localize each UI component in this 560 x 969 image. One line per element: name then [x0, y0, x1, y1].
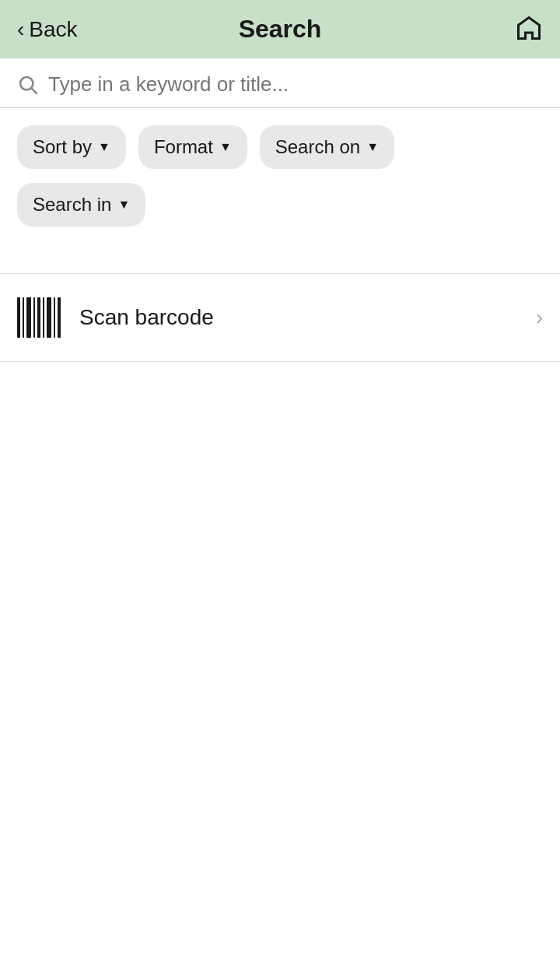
- search-bar: [0, 58, 560, 108]
- scan-barcode-label: Scan barcode: [79, 305, 214, 330]
- filter-row-2: Search in ▼: [0, 169, 560, 226]
- chevron-down-icon: ▼: [219, 140, 232, 154]
- scan-left-content: Scan barcode: [17, 297, 214, 338]
- svg-line-1: [32, 88, 37, 93]
- search-on-button[interactable]: Search on ▼: [260, 125, 394, 169]
- search-on-label: Search on: [275, 136, 360, 158]
- back-label: Back: [29, 17, 77, 42]
- chevron-down-icon: ▼: [366, 140, 379, 154]
- home-icon: [515, 14, 543, 42]
- scan-barcode-row[interactable]: Scan barcode ›: [0, 273, 560, 362]
- sort-by-label: Sort by: [33, 136, 92, 158]
- search-icon: [17, 74, 39, 96]
- chevron-left-icon: ‹: [17, 17, 24, 42]
- chevron-down-icon: ▼: [98, 140, 110, 154]
- search-input[interactable]: [48, 72, 543, 97]
- back-button[interactable]: ‹ Back: [17, 17, 78, 42]
- sort-by-button[interactable]: Sort by ▼: [17, 125, 126, 169]
- format-label: Format: [154, 136, 213, 158]
- chevron-down-icon: ▼: [117, 198, 130, 212]
- chevron-right-icon: ›: [536, 305, 543, 330]
- filter-row-1: Sort by ▼ Format ▼ Search on ▼: [0, 108, 560, 169]
- svg-point-0: [20, 77, 33, 90]
- search-in-label: Search in: [33, 194, 111, 216]
- search-in-button[interactable]: Search in ▼: [17, 183, 145, 226]
- barcode-icon: [17, 297, 61, 338]
- format-button[interactable]: Format ▼: [138, 125, 247, 169]
- home-button[interactable]: [515, 14, 543, 45]
- page-title: Search: [239, 15, 322, 44]
- header: ‹ Back Search: [0, 0, 560, 58]
